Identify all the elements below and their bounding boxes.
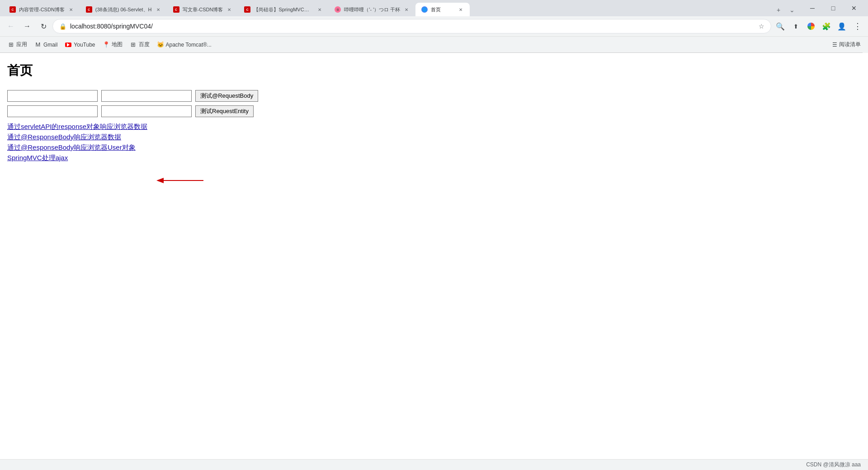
browser-tab-tab3[interactable]: C写文章-CSDN博客✕ [167,3,239,16]
test-request-entity-button[interactable]: 测试RequestEntity [195,105,254,117]
tab-label-tab6: 首页 [431,6,454,13]
input-field-2[interactable] [101,90,192,102]
browser-tab-tab6[interactable]: 🌐首页✕ [415,3,470,16]
bookmark-favicon-bm1: ⊞ [7,41,14,48]
input-field-1[interactable] [7,90,98,102]
bookmark-label-bm5: 百度 [139,41,150,48]
puzzle-icon: 🧩 [822,22,831,31]
input-field-3[interactable] [7,105,98,117]
address-bar[interactable]: 🔒 ☆ [52,19,771,33]
bookmark-favicon-bm6: 🐱 [157,41,164,48]
tab-close-tab2[interactable]: ✕ [155,6,162,13]
refresh-button[interactable]: ↻ [36,19,51,33]
browser-chrome: C内容管理-CSDN博客✕C(38条消息) 06-Servlet、H✕C写文章-… [0,0,868,53]
form-row-1: 测试@RequestBody [7,90,859,102]
refresh-icon: ↻ [41,22,47,31]
tab-favicon-tab5: B [334,6,341,13]
address-bar-row: ← → ↻ 🔒 ☆ 🔍 ⬆ 🧩 👤 [0,16,868,36]
bookmark-favicon-bm5: ⊞ [130,41,137,48]
link-springmvc-ajax[interactable]: SpringMVC处理ajax [7,154,859,162]
tab-close-tab5[interactable]: ✕ [403,6,410,13]
links-section: 通过servletAPI的response对象响应浏览器数据 通过@Respon… [7,123,859,162]
search-icon: 🔍 [776,22,785,31]
browser-tab-tab5[interactable]: B哔哩哔哩（'- '）つロ 干杯✕ [329,3,415,16]
toolbar-right: 🔍 ⬆ 🧩 👤 ⋮ [773,19,864,33]
forward-button[interactable]: → [20,19,34,33]
close-button[interactable]: ✕ [844,0,864,16]
maximize-button[interactable]: □ [823,0,844,16]
bookmark-bm6[interactable]: 🐱Apache Tomcat®... [153,39,215,50]
bookmark-label-bm2: Gmail [43,42,57,48]
reading-list-label: 阅读清单 [839,41,861,48]
bookmark-favicon-bm3 [65,41,72,48]
page-title: 首页 [7,62,859,79]
browser-tab-tab2[interactable]: C(38条消息) 06-Servlet、H✕ [80,3,167,16]
link-servlet-api[interactable]: 通过servletAPI的response对象响应浏览器数据 [7,123,859,131]
tab-favicon-tab6: 🌐 [421,6,428,13]
share-icon: ⬆ [793,23,798,30]
tab-label-tab2: (38条消息) 06-Servlet、H [95,6,152,13]
bookmark-star-icon[interactable]: ☆ [759,23,764,30]
tab-bar-controls: + ⌄ [772,4,798,16]
bookmark-bm2[interactable]: MGmail [31,39,61,50]
bookmark-label-bm1: 应用 [16,41,27,48]
chrome-favicon-button[interactable] [804,19,818,33]
status-bar: CSDN @清风微凉 aaa [0,459,868,460]
tab-favicon-tab2: C [85,6,93,13]
tab-favicon-tab4: C [244,6,251,13]
extensions-button[interactable]: 🧩 [819,19,834,33]
arrow-annotation [154,171,208,190]
profile-icon: 👤 [837,22,846,31]
tab-label-tab4: 【尚硅谷】SpringMVC教程 [254,6,313,13]
bookmark-bm4[interactable]: 📍地图 [99,39,126,50]
page-content: 首页 测试@RequestBody 测试RequestEntity 通过serv… [0,53,868,460]
bookmark-bm3[interactable]: YouTube [61,39,99,50]
reading-list-icon: ☰ [832,42,837,48]
menu-button[interactable]: ⋮ [850,19,864,33]
form-row-2: 测试RequestEntity [7,105,859,117]
bookmark-label-bm4: 地图 [112,41,123,48]
back-button[interactable]: ← [4,19,18,33]
reading-list-button[interactable]: ☰ 阅读清单 [829,39,864,50]
tab-close-tab1[interactable]: ✕ [67,6,75,13]
tab-close-tab4[interactable]: ✕ [316,6,323,13]
browser-tab-tab1[interactable]: C内容管理-CSDN博客✕ [4,3,80,16]
tab-close-tab6[interactable]: ✕ [457,6,464,13]
tab-favicon-tab3: C [173,6,180,13]
bookmark-bm5[interactable]: ⊞百度 [126,39,153,50]
bookmark-label-bm3: YouTube [74,42,95,48]
chrome-icon [807,23,815,30]
profile-button[interactable]: 👤 [835,19,849,33]
bookmark-label-bm6: Apache Tomcat®... [166,42,212,48]
test-request-body-button[interactable]: 测试@RequestBody [195,90,258,102]
address-input[interactable] [70,23,755,30]
tab-bar: C内容管理-CSDN博客✕C(38条消息) 06-Servlet、H✕C写文章-… [0,0,868,16]
more-icon: ⋮ [854,21,861,31]
back-icon: ← [7,22,14,30]
tab-menu-button[interactable]: ⌄ [786,4,798,16]
link-response-body[interactable]: 通过@ResponseBody响应浏览器数据 [7,133,859,142]
bookmark-bm1[interactable]: ⊞应用 [4,39,31,50]
new-tab-button[interactable]: + [772,4,785,16]
tab-label-tab1: 内容管理-CSDN博客 [19,6,65,13]
share-button[interactable]: ⬆ [788,19,803,33]
bookmark-favicon-bm4: 📍 [103,41,110,48]
forward-icon: → [24,22,31,30]
browser-tab-tab4[interactable]: C【尚硅谷】SpringMVC教程✕ [238,3,329,16]
tab-favicon-tab1: C [9,6,16,13]
tab-close-tab3[interactable]: ✕ [226,6,233,13]
tab-label-tab3: 写文章-CSDN博客 [183,6,223,13]
bookmark-favicon-bm2: M [34,41,42,48]
bookmarks-bar: ⊞应用MGmailYouTube📍地图⊞百度🐱Apache Tomcat®...… [0,36,868,52]
input-field-4[interactable] [101,105,192,117]
tab-label-tab5: 哔哩哔哩（'- '）つロ 干杯 [344,6,400,13]
lock-icon: 🔒 [59,23,66,30]
search-button[interactable]: 🔍 [773,19,788,33]
minimize-button[interactable]: ─ [802,0,823,16]
form-section: 测试@RequestBody 测试RequestEntity [7,90,859,117]
link-response-body-user[interactable]: 通过@ResponseBody响应浏览器User对象 [7,143,859,152]
